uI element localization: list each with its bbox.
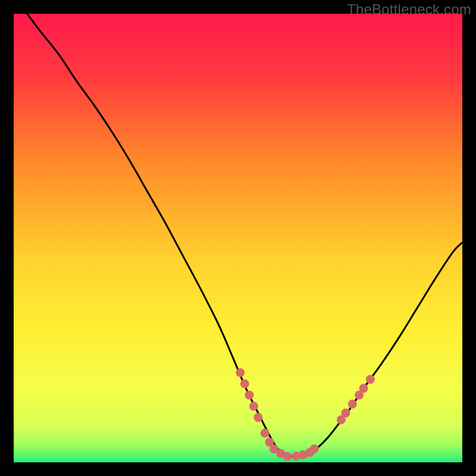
gradient-background <box>14 14 462 462</box>
curve-marker <box>245 390 253 399</box>
curve-marker <box>310 444 319 453</box>
bottleneck-chart <box>14 14 462 462</box>
chart-container: TheBottleneck.com <box>0 0 476 476</box>
curve-marker <box>261 429 270 438</box>
curve-marker <box>249 402 258 411</box>
curve-marker <box>342 409 350 418</box>
curve-marker <box>359 384 368 393</box>
curve-marker <box>253 413 262 422</box>
curve-marker <box>236 368 245 377</box>
curve-marker <box>348 400 357 409</box>
curve-marker <box>240 380 249 389</box>
curve-marker <box>283 452 292 461</box>
curve-marker <box>366 375 375 384</box>
